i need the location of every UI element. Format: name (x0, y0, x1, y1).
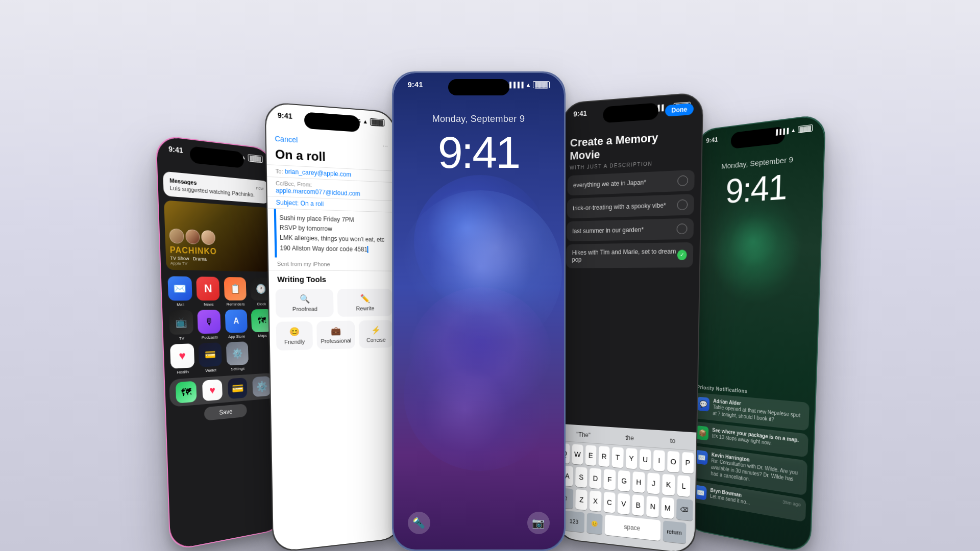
writing-tools-row2: 😊 Friendly 💼 Professional ⚡ Concise (270, 318, 399, 355)
professional-icon: 💼 (331, 326, 341, 336)
app-podcasts[interactable]: 🎙 Podcasts (196, 310, 222, 340)
health-icon[interactable]: ♥ (169, 343, 194, 369)
rewrite-icon: ✏️ (360, 294, 370, 304)
battery-icon-2: ▓▓▓ (370, 118, 384, 127)
app-wallet[interactable]: 💳 Wallet (198, 342, 223, 373)
key-d[interactable]: D (589, 468, 601, 489)
app-news[interactable]: N News (195, 277, 220, 307)
status-icons-5: ▐▐▐▐ ▲ ▓▓▓ (774, 124, 813, 137)
mail-icon[interactable]: ✉️ (167, 276, 192, 300)
key-p[interactable]: P (681, 452, 694, 474)
key-w[interactable]: W (572, 444, 583, 465)
suggest-3[interactable]: to (666, 436, 679, 446)
check-2 (677, 199, 688, 210)
reminders-icon[interactable]: 📋 (224, 277, 246, 300)
key-g[interactable]: G (618, 470, 630, 492)
key-i[interactable]: I (653, 450, 665, 471)
concise-button[interactable]: ⚡ Concise (358, 320, 393, 348)
proofread-button[interactable]: 🔍 Proofread (275, 289, 333, 318)
battery-5: ▓▓▓ (798, 124, 813, 133)
save-button[interactable]: Save (204, 404, 247, 421)
wallet-icon[interactable]: 💳 (198, 342, 222, 367)
camera-button[interactable]: 📷 (527, 512, 550, 534)
rewrite-button[interactable]: ✏️ Rewrite (337, 289, 392, 317)
phone4-screen: 9:41 ▐▐▐▐ ▲ ▓▓▓ Done Create a Memory Mov… (555, 93, 702, 551)
key-x[interactable]: X (589, 490, 601, 512)
appstore-label: App Store (228, 334, 244, 339)
prompt-text-2: trick-or-treating with a spooky vibe* (573, 202, 666, 212)
podcasts-icon[interactable]: 🎙 (197, 310, 220, 334)
app-appstore[interactable]: A App Store (224, 309, 248, 339)
key-numbers[interactable]: 123 (564, 511, 584, 533)
key-u[interactable]: U (639, 449, 651, 470)
professional-label: Professional (321, 337, 351, 344)
key-y[interactable]: Y (625, 448, 637, 469)
key-s[interactable]: S (575, 467, 587, 488)
wifi-icon-2: ▲ (362, 118, 368, 125)
key-e[interactable]: E (585, 445, 596, 466)
check-3 (676, 223, 687, 234)
email-body[interactable]: Sushi my place Friday 7PM RSVP by tomorr… (267, 208, 397, 259)
key-n[interactable]: N (646, 496, 658, 518)
friendly-icon: 😊 (289, 327, 300, 337)
prompt-text-3: last summer in our garden* (572, 226, 644, 235)
status-bar-3: 9:41 ▐▐▐▐ ▲ ▓▓▓ (394, 80, 564, 89)
dock-maps[interactable]: 🗺 (175, 381, 197, 404)
key-t[interactable]: T (611, 447, 623, 468)
news-icon[interactable]: N (196, 277, 219, 300)
key-space[interactable]: space (604, 515, 660, 541)
app-tv[interactable]: 📺 TV (167, 310, 194, 341)
keyboard-4: "The" the to Q W E R T Y U I O P (555, 423, 696, 551)
appstore-icon[interactable]: A (225, 309, 247, 333)
prompt-text-4: Hikes with Tim and Marie, set to dream p… (572, 247, 677, 263)
dock-settings[interactable]: ⚙️ (252, 376, 271, 397)
app-mail[interactable]: ✉️ Mail (166, 276, 193, 307)
phones-showcase: 9:41 ▐▐▐▐ ▲ ▓▓▓ Messages now Luis sugges… (158, 71, 822, 551)
key-h[interactable]: H (632, 471, 645, 493)
key-o[interactable]: O (667, 451, 679, 473)
friendly-button[interactable]: 😊 Friendly (276, 321, 312, 350)
key-v[interactable]: V (617, 493, 629, 514)
status-time-5: 9:41 (706, 136, 718, 144)
status-time-3: 9:41 (408, 80, 423, 89)
key-return[interactable]: return (663, 520, 686, 544)
key-delete[interactable]: ⌫ (676, 498, 693, 521)
settings-icon[interactable]: ⚙️ (226, 341, 248, 365)
prompt-3[interactable]: last summer in our garden* (566, 218, 693, 241)
key-r[interactable]: R (598, 446, 609, 467)
key-b[interactable]: B (632, 494, 644, 516)
key-j[interactable]: J (647, 472, 659, 494)
priority-notifications: ↑ Priority Notifications 💬 Adrian Alder … (689, 384, 810, 525)
dock-health[interactable]: ♥ (202, 379, 222, 401)
dynamic-island-2 (304, 112, 359, 132)
app-health[interactable]: ♥ Health (168, 343, 195, 375)
done-button[interactable]: Done (665, 103, 694, 117)
key-l[interactable]: L (677, 475, 690, 497)
app-reminders[interactable]: 📋 Reminders (223, 277, 247, 307)
app-settings[interactable]: ⚙️ Settings (225, 341, 249, 372)
suggest-2[interactable]: the (621, 433, 638, 443)
cancel-button[interactable]: Cancel (275, 134, 298, 144)
key-f[interactable]: F (603, 469, 616, 490)
tv-show-title: PACHINKO (169, 245, 216, 257)
prompt-2[interactable]: trick-or-treating with a spooky vibe* (567, 194, 694, 218)
prompt-4[interactable]: Hikes with Tim and Marie, set to dream p… (566, 242, 693, 268)
key-emoji[interactable]: 😊 (586, 513, 602, 535)
lock-bottom-bar: 🔦 📷 (394, 512, 564, 534)
email-dots: ··· (382, 141, 387, 149)
tv-icon[interactable]: 📺 (168, 310, 193, 335)
status-time-4: 9:41 (573, 109, 587, 118)
tv-card-1: PACHINKO TV Show · Drama Apple TV (164, 200, 272, 271)
orb-4 (404, 318, 557, 471)
key-z[interactable]: Z (575, 489, 587, 510)
key-k[interactable]: K (662, 474, 675, 496)
text-cursor (367, 246, 368, 253)
flashlight-button[interactable]: 🔦 (408, 512, 430, 534)
key-m[interactable]: M (661, 497, 674, 519)
key-c[interactable]: C (603, 492, 616, 513)
status-time-2: 9:41 (277, 111, 292, 120)
dock-wallet[interactable]: 💳 (228, 378, 247, 399)
phone1-screen: 9:41 ▐▐▐▐ ▲ ▓▓▓ Messages now Luis sugges… (156, 136, 284, 550)
professional-button[interactable]: 💼 Professional (316, 320, 355, 349)
suggest-1[interactable]: "The" (572, 430, 594, 440)
